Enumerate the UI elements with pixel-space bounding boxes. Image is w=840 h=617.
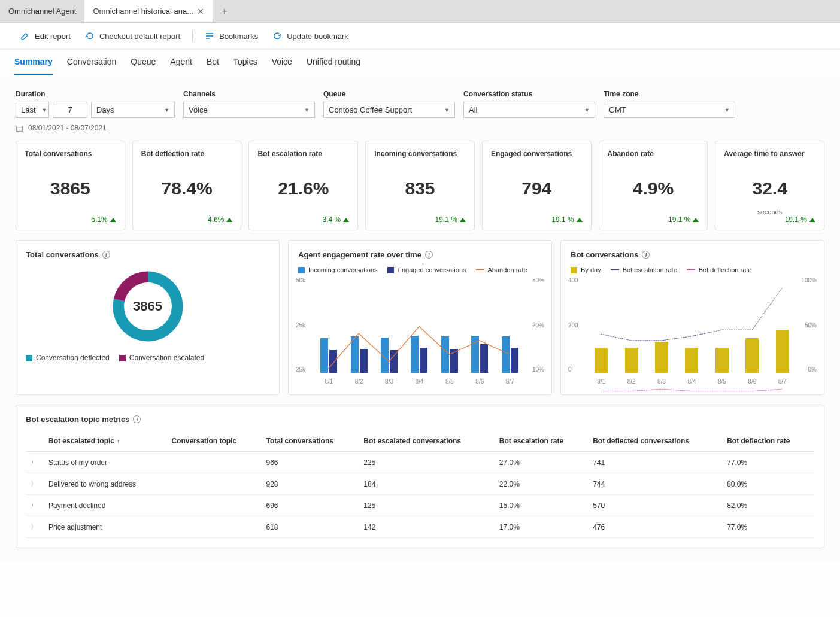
xtick: 8/5	[445, 378, 454, 385]
pencil-icon	[20, 31, 30, 41]
expand-row-icon[interactable]: 〉	[31, 480, 37, 487]
bar-incoming	[471, 336, 479, 373]
bar-group	[380, 338, 398, 373]
swatch-icon	[571, 267, 577, 273]
subnav-bot[interactable]: Bot	[207, 50, 219, 75]
xtick: 8/5	[718, 378, 726, 385]
trend-up-icon	[343, 218, 349, 222]
th-esc-rate[interactable]: Bot escalation rate	[495, 431, 588, 452]
subnav-voice[interactable]: Voice	[272, 50, 292, 75]
duration-unit-select[interactable]: Days▼	[91, 102, 175, 118]
status-value: All	[469, 105, 477, 114]
tz-select[interactable]: GMT▼	[604, 102, 735, 118]
info-icon[interactable]: i	[133, 415, 141, 423]
th-conv-topic[interactable]: Conversation topic	[166, 431, 261, 452]
swatch-icon	[387, 267, 394, 273]
bookmarks-label: Bookmarks	[219, 32, 258, 41]
table-title: Bot escalation topic metricsi	[26, 415, 814, 424]
table-scroll[interactable]: Bot escalated topic↑ Conversation topic …	[26, 431, 814, 538]
checkout-default-button[interactable]: Checkout default report	[79, 29, 186, 43]
cell-def-rate: 77.0%	[722, 516, 814, 538]
engagement-legend: Incoming conversations Engaged conversat…	[298, 266, 542, 273]
edit-report-button[interactable]: Edit report	[14, 29, 77, 43]
bot-bars	[586, 277, 797, 373]
channels-value: Voice	[189, 105, 208, 114]
engagement-xaxis: 8/18/28/38/48/58/68/7	[314, 378, 525, 385]
bar-group	[623, 348, 641, 373]
duration-mode-select[interactable]: Last▼	[16, 102, 49, 118]
legend-byday-label: By day	[581, 266, 601, 273]
th-def-conv[interactable]: Bot deflected conversations	[588, 431, 722, 452]
bar-engaged	[420, 348, 427, 373]
close-icon[interactable]: ✕	[197, 7, 204, 16]
subnav-conversation[interactable]: Conversation	[67, 50, 117, 75]
engagement-title: Agent engagement rate over timei	[298, 250, 542, 259]
status-select[interactable]: All▼	[463, 102, 595, 118]
bar-engaged	[511, 348, 518, 373]
subnav-summary[interactable]: Summary	[14, 50, 53, 75]
subnav-topics[interactable]: Topics	[233, 50, 257, 75]
kpi-delta: 19.1 %	[374, 215, 466, 224]
xtick: 8/2	[627, 378, 636, 385]
expand-row-icon[interactable]: 〉	[31, 458, 37, 466]
xtick: 8/1	[325, 378, 333, 385]
expand-row-icon[interactable]: 〉	[31, 523, 37, 530]
bar-group	[320, 338, 338, 373]
bar-group	[410, 336, 428, 373]
kpi-delta: 19.1 %	[724, 215, 815, 224]
cell-esc-conv: 184	[359, 473, 495, 495]
checkout-label: Checkout default report	[99, 32, 180, 41]
xtick: 8/4	[688, 378, 696, 385]
queue-label: Queue	[323, 90, 455, 98]
chevron-down-icon: ▼	[304, 107, 310, 113]
th-topic[interactable]: Bot escalated topic↑	[44, 431, 166, 452]
table-row: 〉 Delivered to wrong address 928 184 22.…	[26, 473, 814, 495]
info-icon[interactable]: i	[642, 251, 650, 259]
bar-group	[713, 348, 731, 373]
ytick: 50k	[296, 277, 305, 284]
th-esc-conv[interactable]: Bot escalated conversations	[359, 431, 495, 452]
subnav-queue[interactable]: Queue	[131, 50, 156, 75]
kpi-row: Total conversations 3865 5.1% Bot deflec…	[16, 141, 824, 230]
bar-byday	[685, 348, 698, 373]
donut-chart: 3865	[26, 268, 269, 345]
kpi-title: Bot escalation rate	[257, 150, 349, 168]
update-bookmark-button[interactable]: Update bookmark	[266, 29, 354, 43]
bot-escalation-topic-panel: Bot escalation topic metricsi Bot escala…	[16, 405, 824, 548]
bar-group	[774, 330, 792, 373]
duration-n-input[interactable]: 7	[53, 102, 87, 118]
subnav-unified-routing[interactable]: Unified routing	[307, 50, 360, 75]
subnav-agent[interactable]: Agent	[170, 50, 192, 75]
kpi-card: Abandon rate 4.9% 19.1 %	[599, 141, 708, 230]
th-def-rate[interactable]: Bot deflection rate	[722, 431, 814, 452]
tab-omnichannel-historical[interactable]: Omnichannel historical ana... ✕	[84, 0, 213, 22]
bar-incoming	[351, 336, 359, 373]
svg-rect-0	[17, 126, 23, 131]
expand-row-icon[interactable]: 〉	[31, 501, 37, 509]
add-tab-button[interactable]: +	[213, 6, 235, 17]
total-conversations-panel: Total conversationsi 3865 Conversation d…	[16, 240, 280, 395]
cell-total: 618	[261, 516, 359, 538]
cell-esc-conv: 225	[359, 452, 495, 473]
kpi-delta: 19.1 %	[608, 215, 699, 224]
cell-def-conv: 570	[588, 495, 722, 516]
bookmarks-button[interactable]: Bookmarks	[199, 29, 264, 43]
tab-omnichannel-agent[interactable]: Omnichannel Agent	[0, 0, 84, 22]
y-axis-left: 50k 25k 25k	[296, 277, 305, 373]
channels-select[interactable]: Voice▼	[183, 102, 315, 118]
th-total[interactable]: Total conversations	[261, 431, 359, 452]
info-icon[interactable]: i	[102, 251, 110, 259]
cell-conv-topic	[166, 516, 261, 538]
th-topic-label: Bot escalated topic	[48, 437, 114, 445]
ytick: 200	[568, 322, 578, 329]
swatch-icon	[119, 355, 126, 361]
bar-group	[471, 336, 489, 373]
queue-select[interactable]: Contoso Coffee Support▼	[323, 102, 455, 118]
duration-unit-value: Days	[96, 105, 114, 114]
cell-esc-rate: 15.0%	[495, 495, 588, 516]
info-icon[interactable]: i	[425, 251, 433, 259]
bar-group	[441, 336, 459, 373]
xtick: 8/1	[597, 378, 605, 385]
refresh-icon	[85, 31, 95, 41]
filter-duration: Duration Last▼ 7 Days▼	[16, 90, 175, 118]
